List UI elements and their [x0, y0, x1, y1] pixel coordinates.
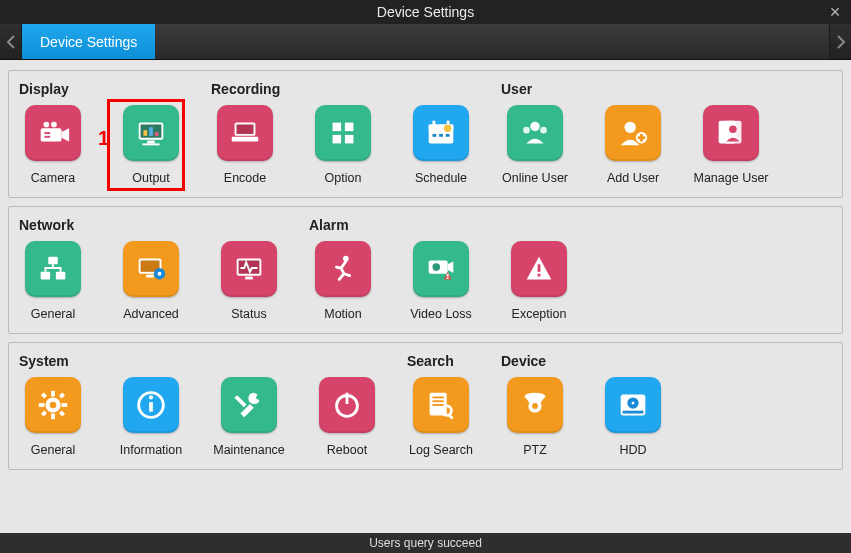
item-advanced[interactable]: Advanced	[117, 241, 185, 321]
group-title-system: System	[19, 353, 381, 369]
item-label: PTZ	[523, 443, 547, 457]
group-title-device: Device	[501, 353, 667, 369]
item-label: Output	[132, 171, 170, 185]
item-exception[interactable]: Exception	[505, 241, 573, 321]
item-option[interactable]: Option	[309, 105, 377, 185]
tab-nav-left[interactable]	[0, 24, 22, 59]
camera-icon	[25, 105, 81, 161]
item-label: Schedule	[415, 171, 467, 185]
logsearch-icon	[413, 377, 469, 433]
content-area: Display CameraOutput1 Recording EncodeOp…	[0, 60, 851, 533]
power-icon	[319, 377, 375, 433]
item-encode[interactable]: Encode	[211, 105, 279, 185]
group-title-user: User	[501, 81, 765, 97]
status-text: Users query succeed	[369, 536, 482, 550]
item-camera[interactable]: Camera	[19, 105, 87, 185]
item-maintenance[interactable]: Maintenance	[215, 377, 283, 457]
item-label: General	[31, 443, 75, 457]
item-label: Add User	[607, 171, 659, 185]
group-device: Device PTZHDD	[501, 351, 667, 457]
adduser-icon	[605, 105, 661, 161]
tabbar: Device Settings	[0, 24, 851, 60]
highlight-number: 1	[98, 127, 109, 150]
item-label: Encode	[224, 171, 266, 185]
item-label: Option	[325, 171, 362, 185]
group-alarm: Alarm MotionVideo LossException	[309, 215, 573, 321]
item-ptz[interactable]: PTZ	[501, 377, 569, 457]
item-sys-general[interactable]: General	[19, 377, 87, 457]
ptz-icon	[507, 377, 563, 433]
grid-icon	[315, 105, 371, 161]
section-row-2: Network GeneralAdvancedStatus Alarm Moti…	[8, 206, 843, 334]
info-icon	[123, 377, 179, 433]
item-label: Information	[120, 443, 183, 457]
display-items: CameraOutput1	[19, 105, 185, 185]
user-items: Online UserAdd UserManage User	[501, 105, 765, 185]
item-label: Maintenance	[213, 443, 285, 457]
run-icon	[315, 241, 371, 297]
manageuser-icon	[703, 105, 759, 161]
chevron-right-icon	[836, 35, 846, 49]
group-title-network: Network	[19, 217, 283, 233]
group-title-recording: Recording	[211, 81, 475, 97]
item-log-search[interactable]: Log Search	[407, 377, 475, 457]
item-label: Log Search	[409, 443, 473, 457]
calendar-icon	[413, 105, 469, 161]
system-items: GeneralInformationMaintenanceReboot	[19, 377, 381, 457]
network-icon	[25, 241, 81, 297]
section-row-1: Display CameraOutput1 Recording EncodeOp…	[8, 70, 843, 198]
monitor-icon	[123, 105, 179, 161]
warn-icon	[511, 241, 567, 297]
group-title-search: Search	[407, 353, 475, 369]
close-button[interactable]: ×	[823, 0, 847, 24]
window-title: Device Settings	[377, 4, 474, 20]
item-label: Online User	[502, 171, 568, 185]
item-information[interactable]: Information	[117, 377, 185, 457]
item-label: Video Loss	[410, 307, 472, 321]
group-title-display: Display	[19, 81, 185, 97]
group-system: System GeneralInformationMaintenanceRebo…	[19, 351, 381, 457]
item-label: Exception	[512, 307, 567, 321]
group-recording: Recording EncodeOptionSchedule	[211, 79, 475, 185]
item-online-user[interactable]: Online User	[501, 105, 569, 185]
tab-nav-right[interactable]	[829, 24, 851, 59]
item-label: Camera	[31, 171, 75, 185]
group-search: Search Log Search	[407, 351, 475, 457]
hdd-icon	[605, 377, 661, 433]
tab-device-settings[interactable]: Device Settings	[22, 24, 155, 59]
item-motion[interactable]: Motion	[309, 241, 377, 321]
item-label: HDD	[619, 443, 646, 457]
laptop-icon	[217, 105, 273, 161]
item-label: Manage User	[693, 171, 768, 185]
chevron-left-icon	[6, 35, 16, 49]
alarm-items: MotionVideo LossException	[309, 241, 573, 321]
search-items: Log Search	[407, 377, 475, 457]
titlebar: Device Settings ×	[0, 0, 851, 24]
group-network: Network GeneralAdvancedStatus	[19, 215, 283, 321]
recording-items: EncodeOptionSchedule	[211, 105, 475, 185]
item-add-user[interactable]: Add User	[599, 105, 667, 185]
item-schedule[interactable]: Schedule	[407, 105, 475, 185]
item-net-general[interactable]: General	[19, 241, 87, 321]
group-display: Display CameraOutput1	[19, 79, 185, 185]
item-manage-user[interactable]: Manage User	[697, 105, 765, 185]
item-video-loss[interactable]: Video Loss	[407, 241, 475, 321]
section-row-3: System GeneralInformationMaintenanceRebo…	[8, 342, 843, 470]
item-hdd[interactable]: HDD	[599, 377, 667, 457]
item-label: General	[31, 307, 75, 321]
users-icon	[507, 105, 563, 161]
statusbar: Users query succeed	[0, 533, 851, 553]
statusmonitor-icon	[221, 241, 277, 297]
device-settings-window: Device Settings × Device Settings Displa…	[0, 0, 851, 553]
tools-icon	[221, 377, 277, 433]
group-title-alarm: Alarm	[309, 217, 573, 233]
network-items: GeneralAdvancedStatus	[19, 241, 283, 321]
item-reboot[interactable]: Reboot	[313, 377, 381, 457]
item-status[interactable]: Status	[215, 241, 283, 321]
item-label: Status	[231, 307, 266, 321]
close-icon: ×	[830, 2, 841, 22]
item-label: Reboot	[327, 443, 367, 457]
device-items: PTZHDD	[501, 377, 667, 457]
item-output[interactable]: Output1	[117, 105, 185, 185]
item-label: Motion	[324, 307, 362, 321]
